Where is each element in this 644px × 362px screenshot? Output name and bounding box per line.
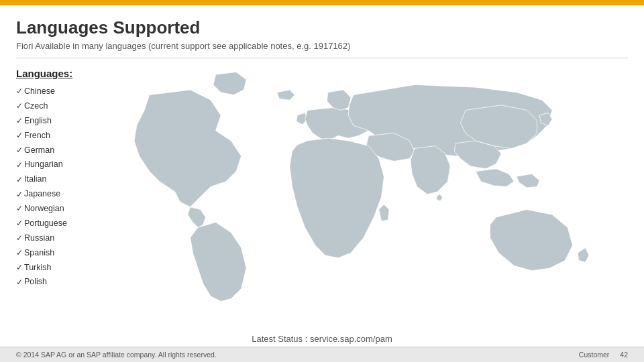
map-container bbox=[83, 61, 644, 322]
check-icon: ✓ bbox=[16, 261, 23, 275]
check-icon: ✓ bbox=[16, 202, 23, 216]
footer-area: Latest Status : service.sap.com/pam © 20… bbox=[0, 330, 644, 362]
check-icon: ✓ bbox=[16, 114, 23, 128]
check-icon: ✓ bbox=[16, 143, 23, 158]
list-item: ✓Turkish bbox=[16, 261, 123, 276]
check-icon: ✓ bbox=[16, 276, 23, 290]
check-icon: ✓ bbox=[16, 188, 23, 202]
main-section: Languages: ✓Chinese✓Czech✓English✓French… bbox=[16, 68, 628, 290]
language-name: German bbox=[24, 143, 54, 158]
list-item: ✓Chinese bbox=[16, 84, 123, 99]
language-list: ✓Chinese✓Czech✓English✓French✓German✓Hun… bbox=[16, 84, 123, 290]
list-item: ✓Hungarian bbox=[16, 158, 123, 172]
list-item: ✓Norwegian bbox=[16, 202, 123, 217]
latest-status: Latest Status : service.sap.com/pam bbox=[0, 330, 644, 347]
list-item: ✓Spanish bbox=[16, 246, 123, 261]
language-name: Polish bbox=[24, 275, 47, 290]
world-map bbox=[89, 64, 639, 319]
check-icon: ✓ bbox=[16, 173, 23, 187]
list-item: ✓Czech bbox=[16, 99, 123, 114]
footer-copyright: © 2014 SAP AG or an SAP affiliate compan… bbox=[16, 351, 217, 359]
language-name: Russian bbox=[24, 231, 54, 246]
languages-heading: Languages: bbox=[16, 68, 123, 79]
list-item: ✓German bbox=[16, 143, 123, 158]
language-name: Chinese bbox=[24, 84, 55, 99]
check-icon: ✓ bbox=[16, 84, 23, 99]
check-icon: ✓ bbox=[16, 129, 23, 143]
check-icon: ✓ bbox=[16, 217, 23, 231]
page-title: Languages Supported bbox=[16, 17, 628, 38]
footer-customer-label: Customer bbox=[579, 351, 610, 359]
content-area: Languages Supported Fiori Available in m… bbox=[0, 5, 644, 290]
list-item: ✓French bbox=[16, 129, 123, 143]
list-item: ✓Italian bbox=[16, 172, 123, 187]
check-icon: ✓ bbox=[16, 99, 23, 113]
list-item: ✓Japanese bbox=[16, 187, 123, 202]
language-name: Czech bbox=[24, 99, 48, 114]
language-name: Spanish bbox=[24, 246, 54, 261]
check-icon: ✓ bbox=[16, 158, 23, 172]
language-name: French bbox=[24, 129, 50, 143]
divider bbox=[16, 58, 628, 58]
list-item: ✓Russian bbox=[16, 231, 123, 246]
list-item: ✓Polish bbox=[16, 275, 123, 290]
page-subtitle: Fiori Available in many languages (curre… bbox=[16, 41, 628, 51]
top-bar bbox=[0, 0, 644, 5]
footer-right: Customer 42 bbox=[579, 351, 628, 359]
language-name: Italian bbox=[24, 172, 46, 187]
language-name: Japanese bbox=[24, 187, 60, 202]
language-name: Hungarian bbox=[24, 158, 63, 172]
languages-panel: Languages: ✓Chinese✓Czech✓English✓French… bbox=[16, 68, 123, 290]
language-name: Norwegian bbox=[24, 202, 64, 217]
list-item: ✓Portuguese bbox=[16, 217, 123, 231]
footer-bar: © 2014 SAP AG or an SAP affiliate compan… bbox=[0, 347, 644, 362]
check-icon: ✓ bbox=[16, 231, 23, 245]
language-name: Turkish bbox=[24, 261, 52, 276]
list-item: ✓English bbox=[16, 114, 123, 129]
footer-page-number: 42 bbox=[620, 351, 628, 359]
language-name: Portuguese bbox=[24, 217, 67, 231]
language-name: English bbox=[24, 114, 52, 129]
check-icon: ✓ bbox=[16, 246, 23, 260]
